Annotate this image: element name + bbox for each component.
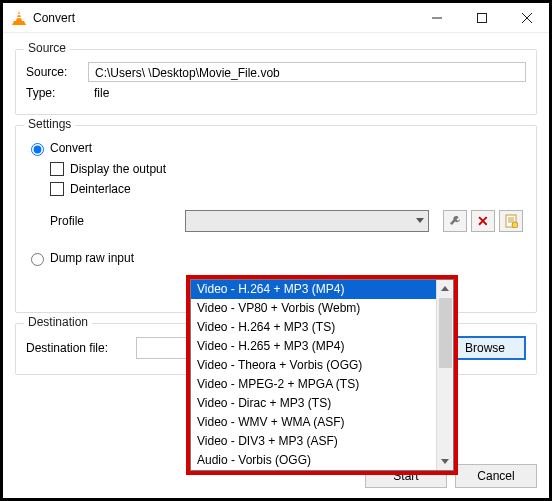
source-group: Source Source: C:\Users\ \Desktop\Movie_… bbox=[15, 49, 537, 115]
type-label: Type: bbox=[26, 86, 88, 100]
minimize-button[interactable] bbox=[414, 3, 459, 32]
dialog-window: Convert Source Source: C:\Users\ \Deskto… bbox=[0, 0, 552, 501]
dump-raw-radio[interactable]: Dump raw input bbox=[26, 250, 526, 266]
convert-radio-label: Convert bbox=[50, 141, 92, 155]
deinterlace-checkbox[interactable]: Deinterlace bbox=[50, 182, 526, 196]
chevron-down-icon bbox=[416, 218, 424, 224]
scroll-down-button[interactable] bbox=[437, 453, 453, 470]
profile-option[interactable]: Video - WMV + WMA (ASF) bbox=[191, 413, 436, 432]
profile-option[interactable]: Audio - Vorbis (OGG) bbox=[191, 451, 436, 470]
source-path-field: C:\Users\ \Desktop\Movie_File.vob bbox=[88, 62, 526, 82]
svg-line-6 bbox=[522, 13, 532, 23]
destination-file-label: Destination file: bbox=[26, 341, 136, 355]
checkbox-box-icon bbox=[50, 182, 64, 196]
vlc-icon bbox=[11, 11, 27, 25]
wrench-icon bbox=[448, 214, 462, 228]
profile-option[interactable]: Video - H.265 + MP3 (MP4) bbox=[191, 337, 436, 356]
profile-option[interactable]: Video - Dirac + MP3 (TS) bbox=[191, 394, 436, 413]
convert-radio[interactable]: Convert bbox=[26, 140, 526, 156]
svg-rect-9 bbox=[506, 215, 516, 227]
source-group-label: Source bbox=[24, 41, 70, 55]
profile-option[interactable]: Video - H.264 + MP3 (TS) bbox=[191, 318, 436, 337]
new-profile-button[interactable] bbox=[499, 210, 523, 232]
profile-option[interactable]: Video - VP80 + Vorbis (Webm) bbox=[191, 299, 436, 318]
window-title: Convert bbox=[33, 11, 75, 25]
dump-raw-radio-input[interactable] bbox=[31, 253, 44, 266]
display-output-label: Display the output bbox=[70, 162, 166, 176]
svg-marker-0 bbox=[16, 11, 22, 21]
cancel-button[interactable]: Cancel bbox=[455, 464, 537, 488]
scroll-thumb[interactable] bbox=[439, 298, 452, 368]
delete-icon: ✕ bbox=[477, 213, 489, 229]
display-output-checkbox[interactable]: Display the output bbox=[50, 162, 526, 176]
svg-marker-14 bbox=[441, 286, 449, 291]
profile-option[interactable]: Video - DIV3 + MP3 (ASF) bbox=[191, 432, 436, 451]
profile-option[interactable]: Video - MPEG-2 + MPGA (TS) bbox=[191, 375, 436, 394]
edit-profile-button[interactable] bbox=[443, 210, 467, 232]
svg-point-13 bbox=[512, 222, 518, 228]
profile-combobox[interactable] bbox=[185, 210, 429, 232]
scroll-up-button[interactable] bbox=[437, 280, 453, 297]
profile-label: Profile bbox=[50, 214, 185, 228]
checkbox-box-icon bbox=[50, 162, 64, 176]
chevron-up-icon bbox=[441, 286, 449, 292]
delete-profile-button[interactable]: ✕ bbox=[471, 210, 495, 232]
dropdown-scrollbar[interactable] bbox=[436, 280, 453, 470]
svg-rect-5 bbox=[477, 13, 486, 22]
source-label: Source: bbox=[26, 65, 88, 79]
type-value: file bbox=[88, 86, 109, 100]
profile-dropdown-list: Video - H.264 + MP3 (MP4)Video - VP80 + … bbox=[186, 275, 458, 475]
svg-rect-2 bbox=[16, 17, 22, 18]
profile-option[interactable]: Video - Theora + Vorbis (OGG) bbox=[191, 356, 436, 375]
profile-option[interactable]: Video - H.264 + MP3 (MP4) bbox=[191, 280, 436, 299]
deinterlace-label: Deinterlace bbox=[70, 182, 131, 196]
svg-rect-1 bbox=[17, 14, 22, 15]
chevron-down-icon bbox=[441, 459, 449, 465]
svg-marker-15 bbox=[441, 459, 449, 464]
title-bar: Convert bbox=[3, 3, 549, 33]
dump-raw-label: Dump raw input bbox=[50, 251, 134, 265]
new-profile-icon bbox=[504, 214, 518, 228]
svg-marker-8 bbox=[416, 218, 424, 223]
convert-radio-input[interactable] bbox=[31, 143, 44, 156]
svg-marker-3 bbox=[12, 21, 26, 25]
destination-group-label: Destination bbox=[24, 315, 92, 329]
svg-line-7 bbox=[522, 13, 532, 23]
settings-group-label: Settings bbox=[24, 117, 75, 131]
maximize-button[interactable] bbox=[459, 3, 504, 32]
close-button[interactable] bbox=[504, 3, 549, 32]
